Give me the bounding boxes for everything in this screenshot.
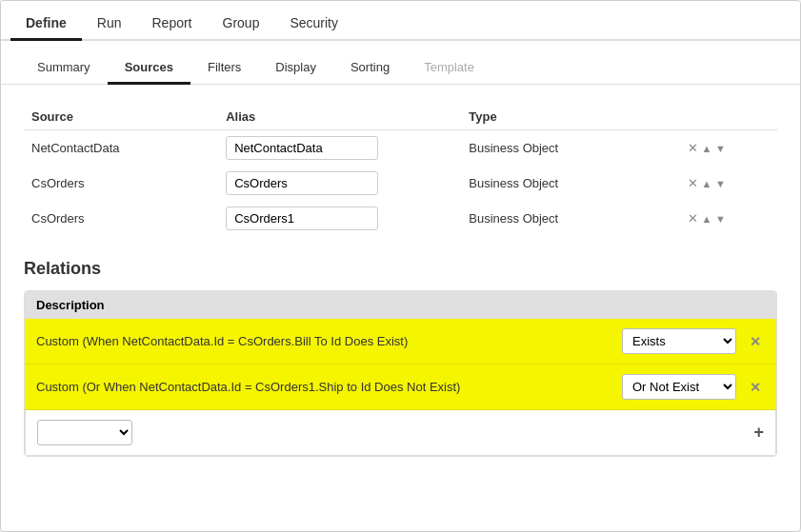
- sub-tab-template: Template: [407, 52, 491, 85]
- type-cell-1: Business Object: [461, 130, 680, 167]
- remove-row-2-icon[interactable]: ✕: [688, 176, 698, 190]
- relations-container: Description Custom (When NetContactData.…: [24, 290, 777, 457]
- sub-tab-sorting[interactable]: Sorting: [333, 52, 407, 85]
- top-tab-run[interactable]: Run: [82, 8, 137, 41]
- relation-row-2: Custom (Or When NetContactData.Id = CsOr…: [25, 365, 776, 410]
- type-cell-3: Business Object: [461, 201, 680, 236]
- table-row: CsOrders Business Object ✕ ▲ ▼: [24, 166, 777, 201]
- relation-desc-2: Custom (Or When NetContactData.Id = CsOr…: [36, 380, 612, 394]
- relations-bottom-row: Custom Join +: [25, 410, 776, 456]
- add-relation-select[interactable]: Custom Join: [37, 420, 132, 445]
- actions-cell-3: ✕ ▲ ▼: [680, 201, 777, 236]
- col-header-actions: [680, 104, 777, 130]
- sources-table: Source Alias Type NetContactData Busines…: [24, 104, 777, 236]
- move-down-row-2-icon[interactable]: ▼: [715, 178, 726, 189]
- top-tab-define[interactable]: Define: [10, 8, 82, 41]
- top-tab-security[interactable]: Security: [274, 8, 353, 41]
- add-relation-button[interactable]: +: [753, 423, 764, 443]
- move-up-row-3-icon[interactable]: ▲: [702, 213, 712, 225]
- move-up-row-2-icon[interactable]: ▲: [702, 178, 712, 189]
- sub-tab-filters[interactable]: Filters: [190, 52, 258, 85]
- alias-cell-3: [218, 201, 461, 236]
- move-down-row-1-icon[interactable]: ▼: [715, 143, 726, 154]
- col-header-alias: Alias: [218, 104, 461, 130]
- relations-title: Relations: [24, 259, 777, 279]
- top-nav: Define Run Report Group Security: [1, 1, 800, 41]
- main-content: Source Alias Type NetContactData Busines…: [1, 85, 800, 476]
- remove-row-1-icon[interactable]: ✕: [688, 141, 698, 155]
- relation-select-2[interactable]: Exists Does Not Exist Or Exist Or Not Ex…: [622, 374, 736, 400]
- actions-cell-2: ✕ ▲ ▼: [680, 166, 777, 201]
- alias-input-3[interactable]: [226, 207, 378, 230]
- sub-tab-sources[interactable]: Sources: [108, 52, 190, 85]
- move-up-row-1-icon[interactable]: ▲: [702, 143, 712, 154]
- table-row: NetContactData Business Object ✕ ▲ ▼: [24, 130, 777, 167]
- source-name-2: CsOrders: [24, 166, 218, 201]
- source-name-1: NetContactData: [24, 130, 218, 167]
- top-tab-report[interactable]: Report: [136, 8, 207, 41]
- remove-relation-1-icon[interactable]: ✕: [746, 334, 765, 349]
- relation-desc-1: Custom (When NetContactData.Id = CsOrder…: [36, 334, 612, 348]
- alias-cell-2: [218, 166, 461, 201]
- sub-tab-summary[interactable]: Summary: [20, 52, 108, 85]
- col-header-source: Source: [24, 104, 218, 130]
- actions-cell-1: ✕ ▲ ▼: [680, 130, 777, 167]
- remove-row-3-icon[interactable]: ✕: [688, 211, 698, 226]
- top-tab-group[interactable]: Group: [208, 8, 275, 41]
- type-cell-2: Business Object: [461, 166, 680, 201]
- col-header-type: Type: [461, 104, 680, 130]
- sub-tab-display[interactable]: Display: [258, 52, 333, 85]
- alias-input-1[interactable]: [226, 136, 378, 160]
- alias-input-2[interactable]: [226, 171, 378, 195]
- move-down-row-3-icon[interactable]: ▼: [715, 213, 726, 225]
- main-window: Define Run Report Group Security Summary…: [0, 0, 801, 532]
- relations-header: Description: [25, 291, 776, 319]
- sub-nav: Summary Sources Filters Display Sorting …: [1, 41, 800, 85]
- relation-select-1[interactable]: Exists Does Not Exist Or Exist Or Not Ex…: [622, 328, 736, 354]
- alias-cell-1: [218, 130, 461, 167]
- relation-row-1: Custom (When NetContactData.Id = CsOrder…: [25, 319, 776, 365]
- table-row: CsOrders Business Object ✕ ▲ ▼: [24, 201, 777, 236]
- source-name-3: CsOrders: [24, 201, 218, 236]
- remove-relation-2-icon[interactable]: ✕: [746, 380, 765, 395]
